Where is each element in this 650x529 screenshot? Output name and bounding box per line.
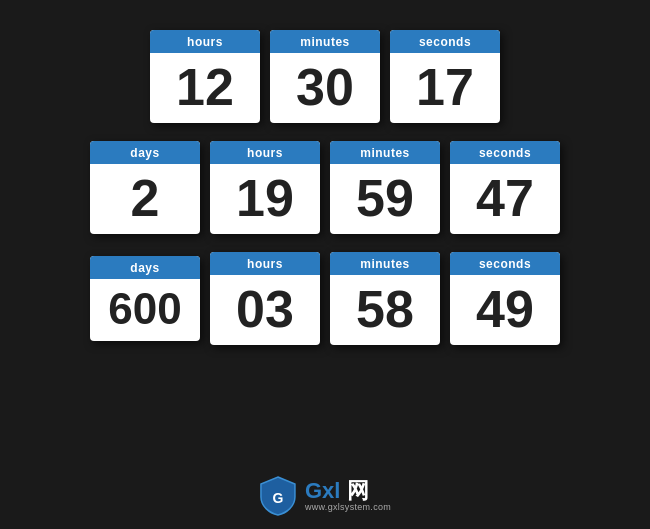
logo-text: Gxl 网 www.gxlsystem.com: [305, 480, 391, 512]
tile-label-1-2: minutes: [330, 141, 440, 164]
tile-label-1-0: days: [90, 141, 200, 164]
logo-url: www.gxlsystem.com: [305, 502, 391, 512]
countdown-row-2: days600hours03minutes58seconds49: [90, 252, 560, 345]
tile-1-0: days2: [90, 141, 200, 234]
tile-label-2-3: seconds: [450, 252, 560, 275]
countdown-row-1: days2hours19minutes59seconds47: [90, 141, 560, 234]
tile-value-0-1: 30: [296, 53, 354, 123]
tile-label-0-1: minutes: [270, 30, 380, 53]
tile-label-2-2: minutes: [330, 252, 440, 275]
tile-value-1-1: 19: [236, 164, 294, 234]
tile-value-0-2: 17: [416, 53, 474, 123]
tile-0-1: minutes30: [270, 30, 380, 123]
tile-1-2: minutes59: [330, 141, 440, 234]
tile-2-1: hours03: [210, 252, 320, 345]
countdown-container: hours12minutes30seconds17days2hours19min…: [40, 30, 610, 363]
tile-1-3: seconds47: [450, 141, 560, 234]
tile-label-1-1: hours: [210, 141, 320, 164]
tile-value-2-1: 03: [236, 275, 294, 345]
tile-2-0: days600: [90, 256, 200, 341]
logo-brand-suffix: 网: [340, 478, 368, 503]
countdown-row-0: hours12minutes30seconds17: [150, 30, 500, 123]
logo-brand: Gxl 网: [305, 480, 369, 502]
svg-text:G: G: [272, 490, 283, 506]
logo-brand-colored: Gxl: [305, 478, 340, 503]
tile-value-2-3: 49: [476, 275, 534, 345]
logo-shield-icon: G: [259, 475, 297, 517]
tile-value-0-0: 12: [176, 53, 234, 123]
tile-value-1-2: 59: [356, 164, 414, 234]
tile-label-0-2: seconds: [390, 30, 500, 53]
tile-0-0: hours12: [150, 30, 260, 123]
tile-2-2: minutes58: [330, 252, 440, 345]
tile-2-3: seconds49: [450, 252, 560, 345]
tile-value-1-3: 47: [476, 164, 534, 234]
tile-value-2-2: 58: [356, 275, 414, 345]
tile-label-1-3: seconds: [450, 141, 560, 164]
tile-label-2-1: hours: [210, 252, 320, 275]
tile-1-1: hours19: [210, 141, 320, 234]
logo-area: G Gxl 网 www.gxlsystem.com: [259, 475, 391, 517]
tile-0-2: seconds17: [390, 30, 500, 123]
tile-label-2-0: days: [90, 256, 200, 279]
tile-value-2-0: 600: [108, 279, 181, 341]
tile-label-0-0: hours: [150, 30, 260, 53]
tile-value-1-0: 2: [131, 164, 160, 234]
